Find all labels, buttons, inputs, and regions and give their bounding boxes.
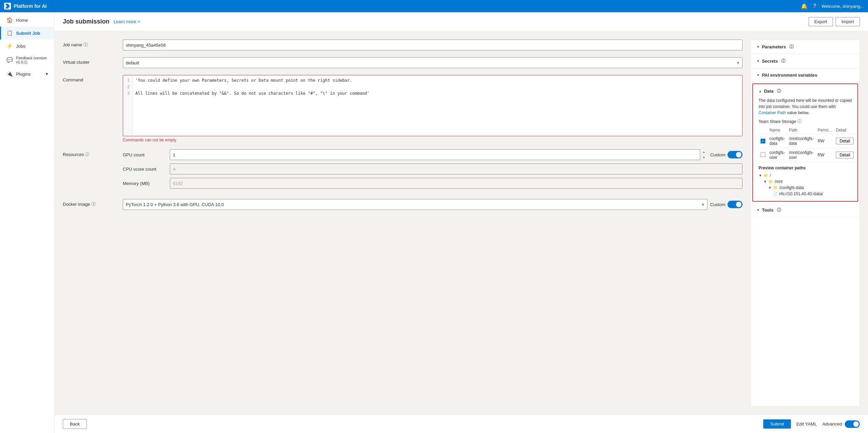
folder-icon: 📁 bbox=[764, 173, 768, 178]
page-title: Job submission bbox=[63, 18, 109, 25]
row1-permission: RW bbox=[815, 134, 834, 148]
sidebar-item-submit-job[interactable]: 📋 Submit Job bbox=[0, 27, 54, 40]
parameters-section: ▼ Parameters ⓘ bbox=[751, 40, 859, 54]
sidebar-item-label: Feedback (version v1.0.1) bbox=[16, 56, 49, 64]
col-checkbox bbox=[759, 126, 767, 134]
virtual-cluster-wrap: default ▼ bbox=[123, 57, 742, 68]
virtual-cluster-row: Virtual cluster default ▼ bbox=[63, 57, 742, 68]
data-info-icon[interactable]: ⓘ bbox=[777, 88, 781, 94]
gpu-count-row: GPU count ▲ ▼ Custom bbox=[123, 149, 742, 160]
header-buttons: Export Import bbox=[809, 17, 860, 26]
resources-row: Resources ⓘ GPU count ▲ ▼ bbox=[63, 149, 742, 192]
row1-detail-button[interactable]: Detail bbox=[836, 138, 854, 144]
folder-icon: 📁 bbox=[773, 186, 778, 190]
tools-info-icon[interactable]: ⓘ bbox=[777, 207, 781, 213]
secrets-info-icon[interactable]: ⓘ bbox=[781, 58, 785, 64]
help-icon[interactable]: ? bbox=[813, 3, 816, 9]
parameters-header[interactable]: ▼ Parameters ⓘ bbox=[756, 44, 854, 50]
tree-root-label: / bbox=[770, 173, 771, 178]
pai-env-header[interactable]: ▼ PAI environment variables bbox=[756, 73, 854, 78]
tree-chevron-icon: ▼ bbox=[763, 180, 767, 184]
user-greeting: Welcome, shinyang... bbox=[822, 4, 864, 9]
content-header: Job submission Learn more > Export Impor… bbox=[55, 12, 868, 31]
sidebar-item-plugins[interactable]: 🔌 Plugins ▼ bbox=[0, 67, 54, 80]
command-row: Command 123 'You could define your own P… bbox=[63, 75, 742, 142]
line-numbers: 123 bbox=[123, 75, 133, 136]
docker-image-select[interactable]: PyTorch 1.2.0 + Python 3.6 with GPU, CUD… bbox=[123, 199, 707, 210]
team-share-info-icon[interactable]: ⓘ bbox=[797, 119, 801, 124]
top-nav-right: 🔔 ? Welcome, shinyang... bbox=[801, 3, 864, 10]
advanced-label: Advanced bbox=[822, 421, 842, 427]
row1-path: /mnt/configfs-data bbox=[787, 134, 815, 148]
data-section-label: Data bbox=[764, 89, 774, 94]
job-name-input[interactable] bbox=[123, 40, 742, 50]
sidebar-item-jobs[interactable]: ⚡ Jobs bbox=[0, 40, 54, 52]
row2-checkbox[interactable] bbox=[761, 152, 765, 157]
jobs-icon: ⚡ bbox=[6, 43, 13, 49]
resources-info-icon[interactable]: ⓘ bbox=[85, 152, 89, 157]
tools-section: ▼ Tools ⓘ bbox=[751, 203, 859, 217]
pai-env-section: ▼ PAI environment variables bbox=[751, 68, 859, 82]
row2-detail-button[interactable]: Detail bbox=[836, 152, 854, 158]
row1-checkbox[interactable] bbox=[761, 139, 765, 143]
gpu-increment-button[interactable]: ▲ bbox=[700, 149, 707, 155]
docker-info-icon[interactable]: ⓘ bbox=[91, 201, 95, 207]
secrets-header[interactable]: ▼ Secrets ⓘ bbox=[756, 58, 854, 64]
table-row: configfs-data /mnt/configfs-data RW Deta… bbox=[759, 134, 856, 148]
container-path-link[interactable]: Container Path bbox=[759, 110, 786, 115]
content-area: Job submission Learn more > Export Impor… bbox=[55, 12, 868, 433]
virtual-cluster-select[interactable]: default bbox=[123, 57, 742, 68]
team-share-table: Name Path Permi... Detail configfs-data … bbox=[759, 126, 856, 162]
gpu-spinner: ▲ ▼ bbox=[700, 149, 707, 160]
app-title-area: Platform for AI bbox=[4, 3, 47, 10]
export-button[interactable]: Export bbox=[809, 17, 833, 26]
cpu-vcore-label: CPU vcore count bbox=[123, 167, 167, 172]
command-code-content[interactable]: 'You could define your own Parameters, S… bbox=[133, 75, 742, 136]
data-section-header[interactable]: ▲ Data ⓘ bbox=[759, 88, 852, 94]
col-path: Path bbox=[787, 126, 815, 134]
submit-button[interactable]: Submit bbox=[763, 419, 791, 429]
col-permission: Permi... bbox=[815, 126, 834, 134]
docker-custom-toggle[interactable] bbox=[727, 201, 742, 208]
job-name-label: Job name ⓘ bbox=[63, 40, 117, 48]
submit-job-icon: 📋 bbox=[6, 30, 13, 36]
gpu-decrement-button[interactable]: ▼ bbox=[700, 155, 707, 160]
gpu-count-label: GPU count bbox=[123, 152, 167, 157]
gpu-custom-toggle[interactable] bbox=[727, 151, 742, 158]
job-name-info-icon[interactable]: ⓘ bbox=[84, 42, 88, 48]
notification-icon[interactable]: 🔔 bbox=[801, 3, 808, 10]
edit-yaml-label: Edit YAML bbox=[796, 421, 817, 427]
gpu-custom-label: Custom bbox=[710, 152, 725, 157]
import-button[interactable]: Import bbox=[836, 17, 860, 26]
resources-label: Resources ⓘ bbox=[63, 149, 117, 157]
gpu-count-input[interactable] bbox=[170, 149, 707, 160]
tree-item-root: ▼ 📁 / bbox=[759, 172, 852, 179]
parameters-chevron-icon: ▼ bbox=[756, 45, 760, 49]
data-chevron-icon: ▲ bbox=[759, 89, 762, 93]
resources-controls: GPU count ▲ ▼ Custom bbox=[123, 149, 742, 192]
header-left: Job submission Learn more > bbox=[63, 18, 140, 25]
plugins-icon: 🔌 bbox=[6, 71, 13, 77]
home-icon: 🏠 bbox=[6, 17, 13, 23]
job-name-input-wrap bbox=[123, 40, 742, 50]
virtual-cluster-select-wrap: default ▼ bbox=[123, 57, 742, 68]
sidebar-item-feedback[interactable]: 💬 Feedback (version v1.0.1) bbox=[0, 52, 54, 67]
docker-image-wrap: PyTorch 1.2.0 + Python 3.6 with GPU, CUD… bbox=[123, 199, 742, 210]
table-row: configfs-user /mnt/configfs-user RW Deta… bbox=[759, 148, 856, 162]
job-name-row: Job name ⓘ bbox=[63, 40, 742, 50]
secrets-chevron-icon: ▼ bbox=[756, 59, 760, 63]
tree-mnt-label: /mnt bbox=[775, 179, 782, 184]
back-button[interactable]: Back bbox=[63, 419, 87, 429]
learn-more-link[interactable]: Learn more > bbox=[114, 19, 140, 24]
data-description: The data configured here will be mounted… bbox=[759, 97, 852, 116]
tree-configfs-label: /configfs-data bbox=[779, 185, 804, 190]
advanced-toggle[interactable] bbox=[845, 420, 860, 428]
tools-header[interactable]: ▼ Tools ⓘ bbox=[756, 207, 854, 213]
form-area: Job name ⓘ Virtual cluster bbox=[55, 31, 868, 415]
tree-item-nfs: 📄 nfs://10.151.40.40:/data/ bbox=[773, 191, 852, 197]
virtual-cluster-label: Virtual cluster bbox=[63, 57, 117, 65]
plugins-chevron-icon: ▼ bbox=[45, 72, 49, 76]
sidebar-item-home[interactable]: 🏠 Home bbox=[0, 14, 54, 27]
parameters-info-icon[interactable]: ⓘ bbox=[790, 44, 794, 50]
command-error-message: Commands can not be empty bbox=[123, 138, 742, 142]
